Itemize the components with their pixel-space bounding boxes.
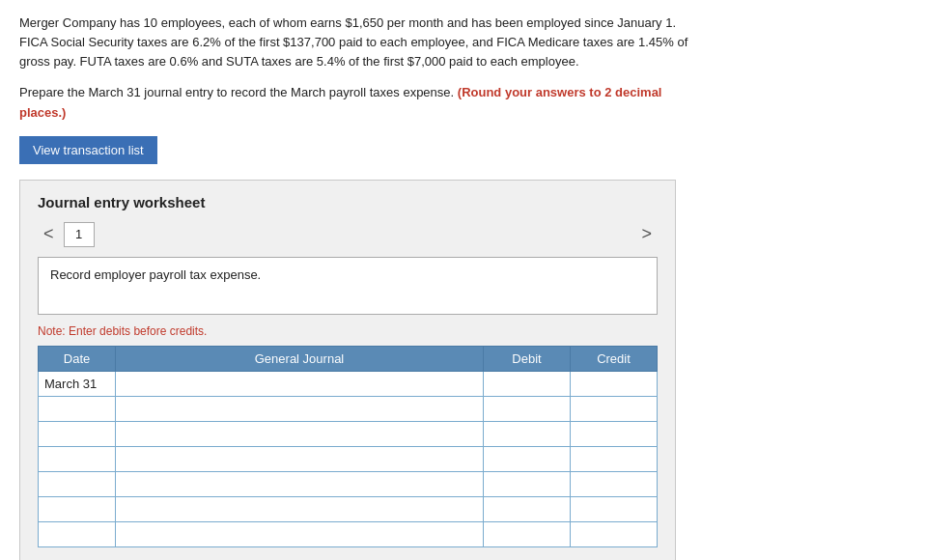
table-row	[39, 446, 658, 471]
row-6-gj[interactable]	[116, 521, 484, 546]
row-5-credit[interactable]	[571, 496, 658, 521]
prepare-text: Prepare the March 31 journal entry to re…	[19, 83, 695, 122]
row-4-credit[interactable]	[571, 471, 658, 496]
table-row	[39, 471, 658, 496]
row-1-gj[interactable]	[116, 396, 484, 421]
row-1-debit-input[interactable]	[484, 397, 570, 421]
view-transaction-list-button[interactable]: View transaction list	[19, 136, 157, 164]
worksheet-nav: < 1 >	[38, 222, 658, 247]
row-2-gj-input[interactable]	[116, 422, 483, 446]
row-6-date	[39, 521, 116, 546]
problem-text: Merger Company has 10 employees, each of…	[19, 14, 695, 71]
row-1-credit[interactable]	[571, 396, 658, 421]
row-2-debit-input[interactable]	[484, 422, 570, 446]
row-4-debit[interactable]	[484, 471, 571, 496]
journal-table: Date General Journal Debit Credit March …	[38, 346, 658, 547]
row-2-credit-input[interactable]	[571, 422, 657, 446]
row-5-debit[interactable]	[484, 496, 571, 521]
table-row	[39, 521, 658, 546]
row-5-debit-input[interactable]	[484, 497, 570, 521]
row-5-credit-input[interactable]	[571, 497, 657, 521]
row-3-gj-input[interactable]	[116, 447, 483, 471]
page-number-box: 1	[64, 222, 95, 247]
row-4-credit-input[interactable]	[571, 472, 657, 496]
row-0-date: March 31	[39, 371, 116, 396]
table-header-row: Date General Journal Debit Credit	[39, 346, 658, 371]
row-5-date	[39, 496, 116, 521]
nav-right-button[interactable]: >	[635, 222, 658, 246]
row-0-debit[interactable]	[484, 371, 571, 396]
row-4-gj[interactable]	[116, 471, 484, 496]
table-row	[39, 396, 658, 421]
note-text: Note: Enter debits before credits.	[38, 324, 658, 338]
nav-left-button[interactable]: <	[38, 222, 60, 246]
row-0-credit-input[interactable]	[571, 372, 657, 396]
col-header-credit: Credit	[571, 346, 658, 371]
row-6-debit-input[interactable]	[484, 522, 570, 546]
col-header-debit: Debit	[484, 346, 571, 371]
row-4-debit-input[interactable]	[484, 472, 570, 496]
row-0-gj-input[interactable]	[116, 372, 483, 396]
table-row	[39, 421, 658, 446]
row-3-debit[interactable]	[484, 446, 571, 471]
page-number: 1	[75, 227, 82, 241]
row-6-debit[interactable]	[484, 521, 571, 546]
row-6-credit-input[interactable]	[571, 522, 657, 546]
description-box: Record employer payroll tax expense.	[38, 257, 658, 315]
row-3-credit[interactable]	[571, 446, 658, 471]
description-text: Record employer payroll tax expense.	[50, 267, 261, 282]
row-2-debit[interactable]	[484, 421, 571, 446]
row-1-debit[interactable]	[484, 396, 571, 421]
row-0-debit-input[interactable]	[484, 372, 570, 396]
row-3-gj[interactable]	[116, 446, 484, 471]
worksheet-title: Journal entry worksheet	[38, 194, 658, 210]
row-4-gj-input[interactable]	[116, 472, 483, 496]
row-6-gj-input[interactable]	[116, 522, 483, 546]
row-1-gj-input[interactable]	[116, 397, 483, 421]
row-6-credit[interactable]	[571, 521, 658, 546]
row-5-gj[interactable]	[116, 496, 484, 521]
journal-entry-worksheet: Journal entry worksheet < 1 > Record emp…	[19, 180, 676, 560]
table-row: March 31	[39, 371, 658, 396]
row-1-date	[39, 396, 116, 421]
row-0-credit[interactable]	[571, 371, 658, 396]
row-2-credit[interactable]	[571, 421, 658, 446]
row-2-date	[39, 421, 116, 446]
row-3-debit-input[interactable]	[484, 447, 570, 471]
row-3-date	[39, 446, 116, 471]
col-header-date: Date	[39, 346, 116, 371]
row-4-date	[39, 471, 116, 496]
row-1-credit-input[interactable]	[571, 397, 657, 421]
row-0-gj[interactable]	[116, 371, 484, 396]
row-3-credit-input[interactable]	[571, 447, 657, 471]
prepare-instruction: Prepare the March 31 journal entry to re…	[19, 85, 454, 99]
table-row	[39, 496, 658, 521]
row-5-gj-input[interactable]	[116, 497, 483, 521]
col-header-gj: General Journal	[116, 346, 484, 371]
row-2-gj[interactable]	[116, 421, 484, 446]
